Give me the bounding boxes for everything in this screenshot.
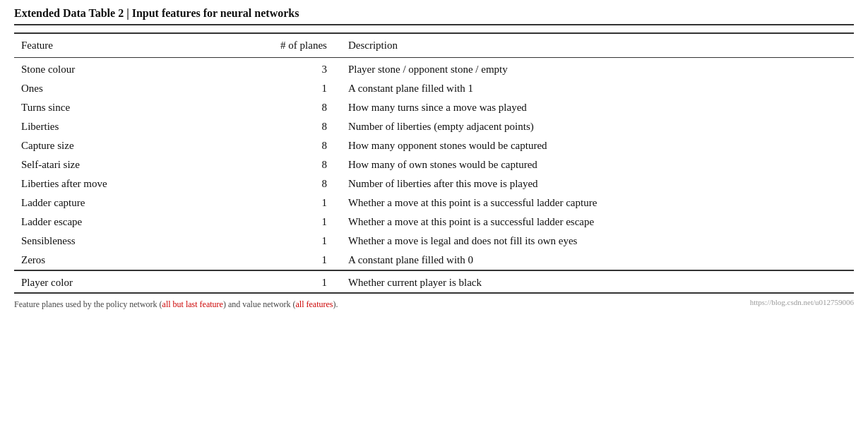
cell-description: How many of own stones would be captured (341, 155, 854, 174)
cell-feature: Turns since (14, 98, 209, 117)
cell-feature: Self-atari size (14, 155, 209, 174)
cell-description: Number of liberties (empty adjacent poin… (341, 117, 854, 136)
table-header-row: Feature # of planes Description (14, 33, 854, 58)
cell-planes: 1 (209, 251, 341, 270)
cell-feature: Zeros (14, 251, 209, 270)
cell-description: A constant plane filled with 0 (341, 251, 854, 270)
table-row: Sensibleness1Whether a move is legal and… (14, 232, 854, 251)
table-row: Turns since8How many turns since a move … (14, 98, 854, 117)
table-row: Ones1A constant plane filled with 1 (14, 79, 854, 98)
cell-description: Whether a move at this point is a succes… (341, 193, 854, 212)
cell-planes: 8 (209, 136, 341, 155)
cell-feature: Liberties (14, 117, 209, 136)
cell-feature: Capture size (14, 136, 209, 155)
cell-planes: 1 (209, 193, 341, 212)
table-row: Ladder capture1Whether a move at this po… (14, 193, 854, 212)
cell-feature: Stone colour (14, 58, 209, 80)
cell-planes: 3 (209, 58, 341, 80)
cell-planes: 1 (209, 79, 341, 98)
cell-description: A constant plane filled with 1 (341, 79, 854, 98)
cell-planes: 8 (209, 117, 341, 136)
footer-text: Feature planes used by the policy networ… (14, 299, 338, 309)
table-row: Zeros1A constant plane filled with 0 (14, 251, 854, 270)
cell-description: How many turns since a move was played (341, 98, 854, 117)
col-header-description: Description (341, 33, 854, 58)
table-row: Stone colour3Player stone / opponent sto… (14, 58, 854, 80)
cell-description-special: Whether current player is black (341, 270, 854, 293)
data-table: Feature # of planes Description Stone co… (14, 32, 854, 311)
footer-url: https://blog.csdn.net/u012759006 (750, 298, 854, 306)
cell-planes: 8 (209, 98, 341, 117)
cell-description: Player stone / opponent stone / empty (341, 58, 854, 80)
table-row: Ladder escape1Whether a move at this poi… (14, 212, 854, 232)
table-row: Capture size8How many opponent stones wo… (14, 136, 854, 155)
cell-description: Whether a move at this point is a succes… (341, 212, 854, 232)
cell-planes: 8 (209, 155, 341, 174)
table-row: Self-atari size8How many of own stones w… (14, 155, 854, 174)
cell-planes: 1 (209, 232, 341, 251)
cell-description: Whether a move is legal and does not fil… (341, 232, 854, 251)
cell-planes: 1 (209, 212, 341, 232)
table-row-special: Player color1Whether current player is b… (14, 270, 854, 293)
cell-planes-special: 1 (209, 270, 341, 293)
cell-description: Number of liberties after this move is p… (341, 174, 854, 193)
col-header-planes: # of planes (209, 33, 341, 58)
footer-row: Feature planes used by the policy networ… (14, 293, 854, 311)
cell-feature: Ladder escape (14, 212, 209, 232)
cell-description: How many opponent stones would be captur… (341, 136, 854, 155)
table-row: Liberties after move8Number of liberties… (14, 174, 854, 193)
cell-feature-special: Player color (14, 270, 209, 293)
cell-feature: Liberties after move (14, 174, 209, 193)
cell-feature: Ladder capture (14, 193, 209, 212)
col-header-feature: Feature (14, 33, 209, 58)
cell-feature: Sensibleness (14, 232, 209, 251)
page-title: Extended Data Table 2 | Input features f… (14, 7, 854, 25)
cell-planes: 8 (209, 174, 341, 193)
table-row: Liberties8Number of liberties (empty adj… (14, 117, 854, 136)
cell-feature: Ones (14, 79, 209, 98)
